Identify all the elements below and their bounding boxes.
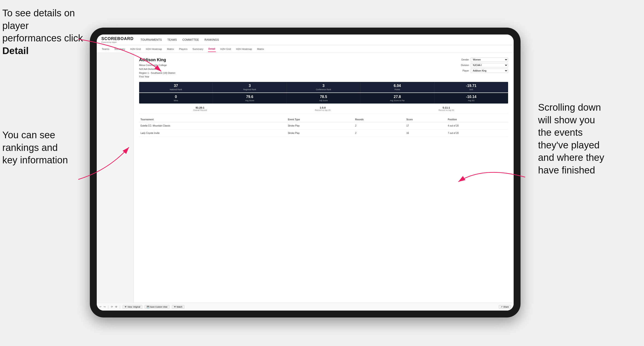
player-division: NJCAA Division 1 [139, 67, 175, 71]
division-label: Division [458, 64, 469, 66]
save-custom-button[interactable]: 💾 Save Custom View [145, 305, 170, 309]
annotation-right-line1: Scrolling down [538, 102, 601, 113]
subnav-matrix2[interactable]: Matrix [256, 46, 264, 52]
wins-label: Wins [140, 99, 211, 102]
top-nav-items: TOURNAMENTS TEAMS COMMITTEE RANKINGS [140, 37, 219, 42]
gender-row: Gender Women [458, 57, 508, 62]
undo-icon[interactable]: ↩ [100, 306, 101, 308]
avg-score-par-value: 27.8 [362, 95, 432, 99]
col-position: Position [446, 117, 508, 122]
nav-rankings[interactable]: RANKINGS [204, 37, 219, 42]
watch-icon: 👁 [174, 306, 176, 308]
settings-icon[interactable]: ⚙ [115, 306, 117, 308]
subnav-teams[interactable]: Teams [101, 46, 110, 52]
annotation-bottom-left: You can see rankings and key information [2, 129, 85, 167]
subnav-h2h-heatmap2[interactable]: H2H Heatmap [236, 46, 253, 52]
view-original-label: View: Original [127, 306, 140, 308]
annotation-right-line6: have finished [538, 165, 595, 175]
table-row[interactable]: Estella CC- Mountain Classic Stroke Play… [139, 122, 508, 130]
tournament-table: Tournament Event Type Rounds Score Posit… [139, 117, 508, 137]
position-1: 4 out of 20 [446, 122, 508, 130]
annotation-top-left-text: To see details on player performances cl… [2, 7, 83, 43]
top-nav: SCOREBOARD Powered by clippd TOURNAMENTS… [97, 34, 514, 45]
subnav-matrix[interactable]: Matrix [166, 46, 174, 52]
avg-score-label: Avg Score [214, 99, 285, 102]
subnav-h2h-grid2[interactable]: H2H Grid [220, 46, 232, 52]
sos-value: -19.71 [436, 84, 507, 88]
subnav-summary2[interactable]: Summary [192, 46, 204, 52]
stat-conference-rank: 3 Conference Rank [287, 82, 360, 92]
sub-nav: Teams Summary H2H Grid H2H Heatmap Matri… [97, 45, 514, 53]
record-top50: 5-11-1 Record vs top 50 [438, 106, 454, 111]
col-rounds: Rounds [354, 117, 405, 122]
stat-national-rank: 37 National Rank [139, 82, 213, 92]
stat-points: 6.04 Points [360, 82, 434, 92]
logo-area: SCOREBOARD Powered by clippd [101, 36, 134, 43]
player-controls: Gender Women Division NJCAA I [458, 57, 508, 73]
save-custom-label: Save Custom View [150, 306, 168, 308]
tablet-frame: SCOREBOARD Powered by clippd TOURNAMENTS… [90, 28, 520, 318]
annotation-right-line3: the events [538, 127, 583, 138]
share-label: Share [503, 306, 509, 308]
watch-label: Watch [177, 306, 182, 308]
subnav-players[interactable]: Players [178, 46, 188, 52]
record-overall: 91-20-1 Overall Record [193, 106, 207, 111]
tablet-screen: SCOREBOARD Powered by clippd TOURNAMENTS… [97, 34, 514, 311]
national-rank-value: 37 [140, 84, 211, 88]
player-info: Addison King Mesa Community College NJCA… [139, 57, 175, 79]
share-button[interactable]: ↗ Share [499, 305, 511, 309]
avg-sg-value: -10.14 [436, 95, 507, 99]
stats-grid-row1: 37 National Rank 3 Regional Rank 3 Confe… [139, 82, 508, 92]
annotation-bottom-left-line1: You can see [2, 130, 55, 140]
overall-record-value: 91-20-1 [193, 106, 207, 109]
top50-record-label: Record vs top 50 [438, 109, 454, 111]
annotation-top-left: To see details on player performances cl… [2, 7, 90, 57]
table-row[interactable]: Lady Coyote Invite Stroke Play 2 16 7 ou… [139, 130, 508, 137]
bottom-toolbar: ↩ ↪ | ⟳ ⚙ | 👁 View: Original 💾 Save Cust… [97, 303, 514, 311]
watch-button[interactable]: 👁 Watch [172, 305, 184, 309]
points-label: Points [362, 88, 432, 91]
player-label: Player [458, 69, 469, 72]
gender-label: Gender [458, 58, 469, 61]
annotation-right-line2: will show you [538, 115, 595, 125]
points-value: 6.04 [362, 84, 432, 88]
annotation-top-left-bold: Detail [2, 45, 28, 56]
conference-rank-label: Conference Rank [288, 88, 359, 91]
app-logo: SCOREBOARD [101, 36, 134, 41]
gender-select[interactable]: Women [471, 57, 508, 62]
division-row: Division NJCAA I [458, 63, 508, 67]
overall-record-label: Overall Record [193, 109, 207, 111]
division-select[interactable]: NJCAA I [471, 63, 508, 67]
subnav-h2h-heatmap[interactable]: H2H Heatmap [145, 46, 162, 52]
player-header: Addison King Mesa Community College NJCA… [139, 57, 508, 79]
top25-record-label: Record vs top 25 [315, 109, 330, 111]
adj-score-value: 78.5 [288, 95, 359, 99]
refresh-icon[interactable]: ⟳ [111, 306, 113, 308]
subnav-h2h-grid[interactable]: H2H Grid [130, 46, 141, 52]
stat-regional-rank: 3 Regional Rank [213, 82, 286, 92]
player-select[interactable]: Addison King [471, 69, 508, 73]
top25-record-value: 1-5-0 [315, 106, 330, 109]
col-score: Score [405, 117, 446, 122]
player-row: Player Addison King [458, 69, 508, 73]
annotation-bottom-left-line2: rankings and [2, 142, 58, 153]
eye-icon: 👁 [124, 306, 127, 308]
content-area: Addison King Mesa Community College NJCA… [97, 53, 514, 303]
annotation-bottom-left-line3: key information [2, 155, 68, 166]
player-college: Mesa Community College [139, 63, 175, 67]
national-rank-label: National Rank [140, 88, 211, 91]
regional-rank-label: Regional Rank [214, 88, 285, 91]
main-content: Addison King Mesa Community College NJCA… [134, 53, 514, 303]
nav-tournaments[interactable]: TOURNAMENTS [140, 37, 162, 42]
nav-committee[interactable]: COMMITTEE [182, 37, 199, 42]
avg-score-par-label: Avg Score to Par [362, 99, 432, 102]
nav-teams[interactable]: TEAMS [167, 37, 177, 42]
view-original-button[interactable]: 👁 View: Original [122, 305, 142, 309]
score-2: 16 [405, 130, 446, 137]
records-row: 91-20-1 Overall Record 1-5-0 Record vs t… [139, 106, 508, 114]
subnav-detail[interactable]: Detail [208, 46, 216, 52]
redo-icon[interactable]: ↪ [104, 306, 106, 308]
avg-sg-label: Avg SG [436, 99, 507, 102]
player-name: Addison King [139, 57, 175, 62]
subnav-summary[interactable]: Summary [114, 46, 126, 52]
